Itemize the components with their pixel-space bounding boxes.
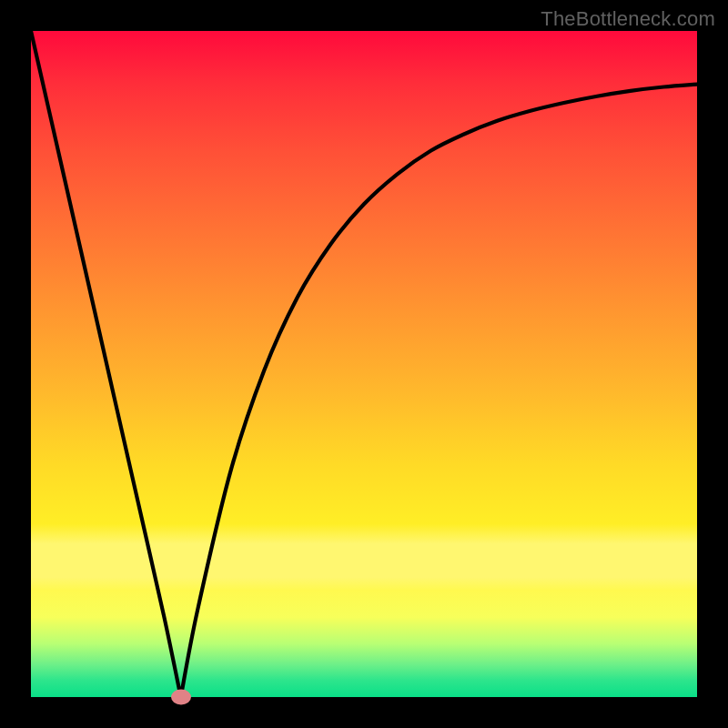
watermark-text: TheBottleneck.com bbox=[541, 7, 715, 31]
bottleneck-curve bbox=[31, 31, 697, 697]
minimum-marker-dot bbox=[171, 690, 191, 705]
plot-area bbox=[31, 31, 697, 697]
chart-frame: TheBottleneck.com bbox=[0, 0, 728, 728]
